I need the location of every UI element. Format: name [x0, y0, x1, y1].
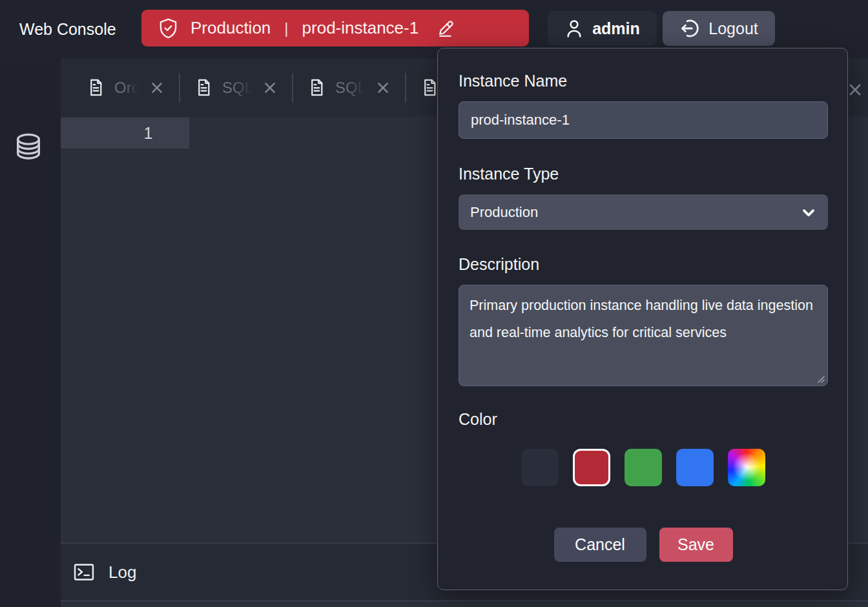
user-button[interactable]: admin	[548, 11, 657, 46]
save-button[interactable]: Save	[659, 528, 733, 562]
color-swatch-rainbow[interactable]	[728, 449, 765, 486]
left-sidebar	[0, 58, 61, 607]
instance-type-select[interactable]: Production	[459, 194, 828, 230]
description-field-label: Description	[459, 255, 828, 274]
tab-sql-1[interactable]: SQL	[187, 58, 285, 117]
file-icon	[308, 78, 326, 97]
logout-icon	[679, 18, 700, 39]
tab-ord[interactable]: Ord	[79, 58, 172, 117]
instance-type-value: Production	[470, 204, 538, 221]
tab-sql-2[interactable]: SQL	[300, 58, 398, 117]
chevron-down-icon	[800, 203, 818, 221]
color-swatch-green[interactable]	[625, 449, 662, 486]
description-textarea[interactable]	[459, 285, 828, 386]
badge-separator: |	[283, 19, 289, 37]
tab-divider	[405, 73, 406, 103]
tab-label: Ord	[114, 79, 140, 97]
file-icon	[421, 78, 439, 97]
color-swatch-blue[interactable]	[676, 449, 714, 486]
tab-close-icon[interactable]	[150, 81, 164, 95]
logout-button[interactable]: Logout	[663, 11, 775, 46]
shield-check-icon	[158, 17, 178, 39]
user-icon	[564, 18, 584, 39]
instance-name-label: prod-instance-1	[302, 18, 419, 38]
environment-label: Production	[191, 18, 271, 38]
web-console-screen: Web Console Production | prod-instance-1	[0, 0, 868, 607]
bottom-strip	[61, 601, 868, 607]
instance-type-field-label: Instance Type	[459, 165, 828, 183]
file-icon	[87, 78, 105, 97]
instance-name-input[interactable]	[459, 101, 828, 139]
cancel-button[interactable]: Cancel	[554, 528, 646, 562]
resize-grip-icon[interactable]	[816, 375, 825, 384]
hidden-tab-close-icon[interactable]	[847, 82, 863, 98]
tab-label: SQL	[222, 79, 253, 97]
username-label: admin	[592, 19, 640, 38]
tab-label: SQL	[335, 79, 366, 97]
database-icon[interactable]	[16, 132, 41, 166]
file-icon	[195, 78, 212, 97]
logout-label: Logout	[708, 19, 758, 38]
tab-divider	[292, 73, 293, 103]
app-title: Web Console	[19, 0, 116, 58]
instance-settings-modal: Instance Name Instance Type Production D…	[437, 48, 848, 590]
log-panel-label: Log	[108, 562, 136, 582]
tab-divider	[179, 73, 180, 103]
active-line-gutter: 1	[61, 118, 189, 149]
color-swatch-default[interactable]	[521, 449, 559, 486]
terminal-icon	[73, 562, 95, 582]
modal-actions: Cancel Save	[459, 528, 828, 562]
tab-close-icon[interactable]	[263, 81, 277, 95]
tab-close-icon[interactable]	[376, 81, 390, 95]
color-field-label: Color	[459, 410, 828, 429]
color-swatch-red-selected[interactable]	[573, 449, 610, 486]
instance-badge[interactable]: Production | prod-instance-1	[141, 10, 529, 46]
instance-name-field-label: Instance Name	[459, 72, 828, 90]
line-number: 1	[144, 124, 153, 143]
edit-pencil-icon[interactable]	[436, 19, 455, 38]
color-swatch-row	[459, 449, 828, 486]
